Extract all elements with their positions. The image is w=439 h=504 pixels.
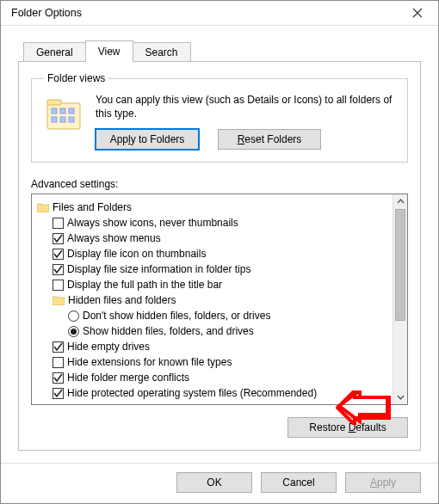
tree-check-item[interactable]: Hide empty drives xyxy=(37,339,389,354)
tree-item-label: Display file icon on thumbnails xyxy=(67,246,206,261)
checkbox-icon[interactable] xyxy=(53,388,64,399)
folder-views-legend: Folder views xyxy=(44,72,108,84)
folder-views-group: Folder views You can apply this view (su… xyxy=(31,72,408,163)
folder-options-dialog: Folder Options General View Search Folde… xyxy=(0,0,439,504)
tree-item-label: Show hidden files, folders, and drives xyxy=(83,323,254,339)
svg-rect-4 xyxy=(69,108,74,114)
svg-rect-3 xyxy=(60,108,65,114)
tree-radio-item[interactable]: Don't show hidden files, folders, or dri… xyxy=(37,308,389,323)
folder-views-icon xyxy=(44,95,83,134)
apply-to-folders-button[interactable]: Apply to Folders xyxy=(96,129,199,150)
tree-root-label: Files and Folders xyxy=(53,200,132,215)
reset-folders-button[interactable]: Reset Folders xyxy=(218,129,321,150)
advanced-settings-label: Advanced settings: xyxy=(31,178,408,190)
cancel-button[interactable]: Cancel xyxy=(261,472,337,493)
scroll-track[interactable] xyxy=(393,209,407,390)
apply-button[interactable]: Apply xyxy=(345,472,421,493)
tree-check-item[interactable]: Always show icons, never thumbnails xyxy=(37,215,389,230)
svg-rect-5 xyxy=(52,117,57,122)
folder-icon xyxy=(37,202,49,212)
tab-strip: General View Search xyxy=(18,40,421,62)
checkbox-icon[interactable] xyxy=(53,233,64,244)
checkbox-icon[interactable] xyxy=(53,372,64,384)
checkbox-icon[interactable] xyxy=(53,357,64,368)
restore-defaults-button[interactable]: Restore Defaults xyxy=(288,417,408,438)
tree-item-label: Don't show hidden files, folders, or dri… xyxy=(83,308,270,323)
folder-views-desc: You can apply this view (such as Details… xyxy=(96,93,395,120)
tab-search[interactable]: Search xyxy=(133,42,191,62)
titlebar: Folder Options xyxy=(1,1,438,26)
tree-item-label: Display the full path in the title bar xyxy=(67,277,222,292)
tree-radio-item[interactable]: Show hidden files, folders, and drives xyxy=(37,323,389,339)
scroll-up-button[interactable] xyxy=(393,194,407,209)
svg-rect-2 xyxy=(52,108,57,114)
tree-check-item[interactable]: Hide folder merge conflicts xyxy=(37,370,389,385)
tab-view[interactable]: View xyxy=(85,40,133,62)
svg-rect-6 xyxy=(60,117,65,122)
tree-check-item[interactable]: Display file icon on thumbnails xyxy=(37,246,389,261)
checkbox-icon[interactable] xyxy=(53,341,64,353)
client-area: General View Search Folder views xyxy=(1,26,438,463)
scroll-down-button[interactable] xyxy=(393,390,407,404)
tree-item-label: Hide empty drives xyxy=(67,339,150,354)
reset-folders-label: Reset Folders xyxy=(238,133,302,145)
chevron-up-icon xyxy=(397,198,405,206)
dialog-footer: OK Cancel Apply xyxy=(1,463,438,504)
window-title: Folder Options xyxy=(11,7,82,19)
tab-panel-view: Folder views You can apply this view (su… xyxy=(18,61,421,451)
apply-to-folders-label: Apply to Folders xyxy=(110,133,185,145)
tree-group-hidden-label: Hidden files and folders xyxy=(68,292,176,308)
tree-check-item[interactable]: Hide extensions for known file types xyxy=(37,354,389,370)
advanced-settings-tree: Files and Folders Always show icons, nev… xyxy=(31,194,408,405)
tree-check-item[interactable]: Display the full path in the title bar xyxy=(37,277,389,292)
checkbox-icon[interactable] xyxy=(53,218,64,229)
radio-icon[interactable] xyxy=(68,310,79,322)
tree-check-item[interactable]: Always show menus xyxy=(37,230,389,246)
tree-item-label: Display file size information in folder … xyxy=(67,261,250,277)
svg-rect-1 xyxy=(47,100,61,105)
checkbox-icon[interactable] xyxy=(53,264,64,275)
close-icon xyxy=(412,8,423,18)
tree-check-item[interactable]: Hide protected operating system files (R… xyxy=(37,385,389,401)
tab-general[interactable]: General xyxy=(23,42,86,62)
scroll-thumb[interactable] xyxy=(395,209,405,321)
tree-viewport: Files and Folders Always show icons, nev… xyxy=(32,194,393,404)
tree-item-label: Hide protected operating system files (R… xyxy=(67,385,317,401)
radio-icon[interactable] xyxy=(68,326,79,337)
restore-defaults-label: Restore Defaults xyxy=(309,421,386,433)
checkbox-icon[interactable] xyxy=(53,249,64,260)
apply-label: Apply xyxy=(370,476,396,489)
tree-item-label: Hide extensions for known file types xyxy=(67,354,232,370)
checkbox-icon[interactable] xyxy=(53,280,64,291)
tree-group-hidden[interactable]: Hidden files and folders xyxy=(37,292,389,308)
tree-scrollbar[interactable] xyxy=(393,194,407,404)
tree-root[interactable]: Files and Folders xyxy=(37,200,389,215)
folder-icon xyxy=(53,295,65,305)
close-button[interactable] xyxy=(405,1,430,25)
svg-rect-7 xyxy=(69,117,74,122)
tree-item-label: Always show icons, never thumbnails xyxy=(67,215,238,230)
ok-button[interactable]: OK xyxy=(176,472,252,493)
tree-check-item[interactable]: Display file size information in folder … xyxy=(37,261,389,277)
tree-item-label: Hide folder merge conflicts xyxy=(67,370,189,385)
svg-rect-0 xyxy=(47,103,80,129)
tree-item-label: Always show menus xyxy=(67,230,161,246)
chevron-down-icon xyxy=(397,393,405,401)
